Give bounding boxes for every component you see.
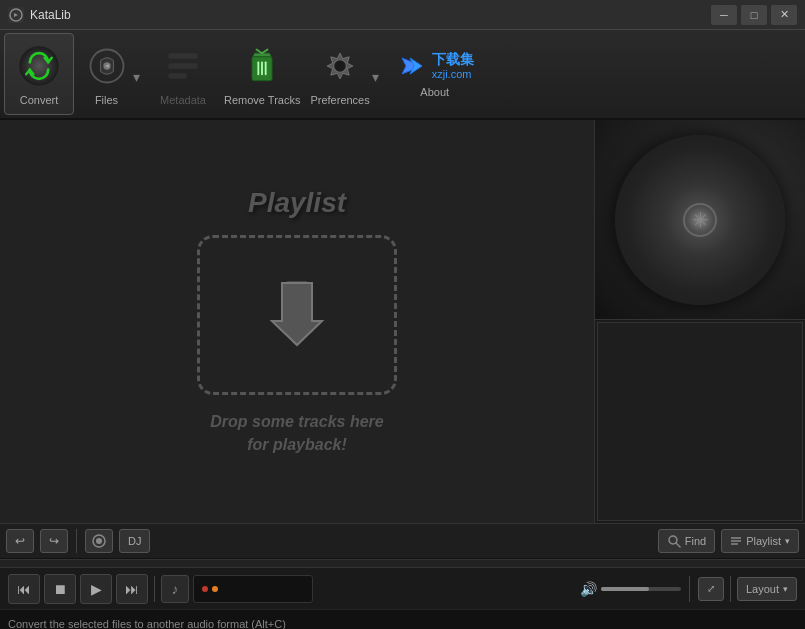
metadata-button[interactable]: Metadata (148, 33, 218, 115)
status-bar: Convert the selected files to another au… (0, 609, 805, 629)
svg-line-19 (676, 543, 680, 547)
preferences-icon (316, 42, 364, 90)
playlist-dropdown-button[interactable]: Playlist ▾ (721, 529, 799, 553)
transport-sep3 (730, 576, 731, 602)
convert-label: Convert (20, 94, 59, 106)
playlist-title: Playlist (248, 187, 346, 219)
window-controls: ─ □ ✕ (711, 5, 797, 25)
pitch-button[interactable]: ♪ (161, 575, 189, 603)
svg-marker-15 (272, 283, 322, 345)
svg-rect-6 (168, 73, 186, 78)
skip-forward-button[interactable]: ⏭ (116, 574, 148, 604)
metadata-label: Metadata (160, 94, 206, 106)
layout-label: Layout (746, 583, 779, 595)
minimize-button[interactable]: ─ (711, 5, 737, 25)
main-toolbar: Convert Files ▾ M (0, 30, 805, 120)
undo-button[interactable]: ↩ (6, 529, 34, 553)
transport-separator (154, 576, 155, 602)
dj-label: DJ (128, 535, 141, 547)
cd-disc: ✳ (615, 135, 785, 305)
drop-zone-box (197, 235, 397, 395)
svg-rect-4 (168, 53, 197, 59)
seek-track (0, 560, 805, 567)
about-label: About (420, 86, 449, 98)
svg-point-17 (96, 538, 102, 544)
drop-hint: Drop some tracks here for playback! (210, 411, 383, 456)
record-button[interactable] (85, 529, 113, 553)
time-dot-orange (212, 586, 218, 592)
playlist-label: Playlist (746, 535, 781, 547)
layout-chevron-icon: ▾ (783, 584, 788, 594)
expand-button[interactable]: ⤢ (698, 577, 724, 601)
bottom-toolbar: ↩ ↪ DJ Find Playlist ▾ (0, 523, 805, 559)
files-icon (83, 42, 131, 90)
about-button[interactable]: 下载集 xzji.com About (385, 33, 485, 115)
convert-icon (15, 42, 63, 90)
remove-tracks-button[interactable]: Remove Tracks (220, 33, 304, 115)
volume-slider[interactable] (601, 587, 681, 591)
find-icon (667, 534, 681, 548)
status-message: Convert the selected files to another au… (8, 618, 286, 630)
metadata-icon (159, 42, 207, 90)
main-content: Playlist Drop some tracks here for playb… (0, 120, 805, 523)
right-panel: ✳ (595, 120, 805, 523)
app-icon (8, 7, 24, 23)
files-dropdown-arrow[interactable]: ▾ (133, 69, 140, 85)
title-bar: KataLib ─ □ ✕ (0, 0, 805, 30)
time-display (193, 575, 313, 603)
maximize-button[interactable]: □ (741, 5, 767, 25)
remove-tracks-label: Remove Tracks (224, 94, 300, 106)
time-dot-red (202, 586, 208, 592)
remove-tracks-icon (238, 42, 286, 90)
drop-arrow-icon (262, 275, 332, 355)
preferences-button[interactable]: Preferences ▾ (306, 33, 382, 115)
redo-button[interactable]: ↪ (40, 529, 68, 553)
xzji-site: xzji.com (432, 68, 474, 81)
record-icon (91, 533, 107, 549)
layout-button[interactable]: Layout ▾ (737, 577, 797, 601)
volume-icon: 🔊 (580, 581, 597, 597)
app-title: KataLib (30, 8, 71, 22)
convert-button[interactable]: Convert (4, 33, 74, 115)
seek-bar[interactable] (0, 559, 805, 567)
stop-button[interactable]: ⏹ (44, 574, 76, 604)
playlist-chevron-icon: ▾ (785, 536, 790, 546)
play-button[interactable]: ▶ (80, 574, 112, 604)
find-label: Find (685, 535, 706, 547)
title-left: KataLib (8, 7, 71, 23)
about-logo-icon (396, 50, 428, 82)
find-button[interactable]: Find (658, 529, 715, 553)
dj-button[interactable]: DJ (119, 529, 150, 553)
volume-fill (601, 587, 649, 591)
preferences-dropdown-arrow[interactable]: ▾ (372, 69, 379, 85)
cd-display: ✳ (595, 120, 805, 320)
playlist-drop-zone: Playlist Drop some tracks here for playb… (197, 187, 397, 456)
playlist-icon (730, 535, 742, 547)
transport-sep2 (689, 576, 690, 602)
svg-rect-5 (168, 63, 197, 69)
close-button[interactable]: ✕ (771, 5, 797, 25)
skip-back-button[interactable]: ⏮ (8, 574, 40, 604)
files-label: Files (95, 94, 118, 106)
transport-bar: ⏮ ⏹ ▶ ⏭ ♪ 🔊 ⤢ Layout ▾ (0, 567, 805, 609)
about-logo-image: 下载集 xzji.com (396, 50, 474, 86)
preferences-label: Preferences (310, 94, 369, 106)
files-button[interactable]: Files ▾ (76, 33, 146, 115)
separator (76, 529, 77, 553)
playlist-area[interactable]: Playlist Drop some tracks here for playb… (0, 120, 595, 523)
xzji-text: 下载集 (432, 51, 474, 68)
cd-logo-icon: ✳ (692, 208, 709, 232)
svg-point-11 (334, 60, 347, 73)
volume-section: 🔊 (580, 581, 681, 597)
info-panel (597, 322, 803, 521)
